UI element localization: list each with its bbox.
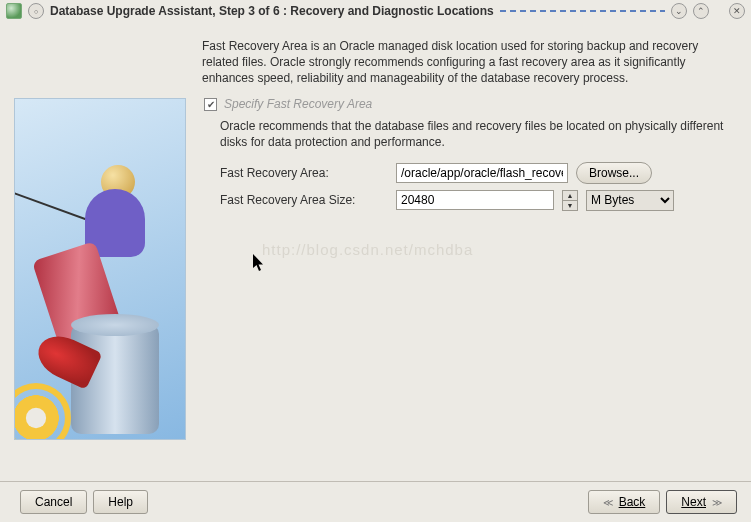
- chevron-right-icon: ≫: [712, 497, 722, 508]
- back-button-label: Back: [619, 495, 646, 509]
- title-bar: ○ Database Upgrade Assistant, Step 3 of …: [0, 0, 751, 23]
- specify-fra-checkbox[interactable]: [204, 98, 217, 111]
- spinner-up-icon[interactable]: ▲: [563, 191, 577, 201]
- minimize-button[interactable]: ⌄: [671, 3, 687, 19]
- unit-select[interactable]: M Bytes: [586, 190, 674, 211]
- maximize-button[interactable]: ⌃: [693, 3, 709, 19]
- wizard-image-column: [14, 38, 184, 481]
- window-title: Database Upgrade Assistant, Step 3 of 6 …: [50, 4, 494, 18]
- specify-fra-label: Specify Fast Recovery Area: [224, 97, 372, 111]
- back-button[interactable]: ≪Back: [588, 490, 661, 514]
- spinner-down-icon[interactable]: ▼: [563, 201, 577, 210]
- watermark-text: http://blog.csdn.net/mchdba: [262, 241, 737, 258]
- fra-size-label: Fast Recovery Area Size:: [220, 193, 388, 207]
- app-icon: [6, 3, 22, 19]
- wizard-window: ○ Database Upgrade Assistant, Step 3 of …: [0, 0, 751, 522]
- sub-info-text: Oracle recommends that the database file…: [220, 118, 737, 150]
- intro-text: Fast Recovery Area is an Oracle managed …: [202, 38, 737, 87]
- chevron-left-icon: ≪: [603, 497, 613, 508]
- close-button[interactable]: ✕: [729, 3, 745, 19]
- fra-path-label: Fast Recovery Area:: [220, 166, 388, 180]
- fra-path-input[interactable]: [396, 163, 568, 183]
- next-button[interactable]: Next≫: [666, 490, 737, 514]
- next-button-label: Next: [681, 495, 706, 509]
- main-column: Fast Recovery Area is an Oracle managed …: [202, 38, 737, 481]
- footer-bar: Cancel Help ≪Back Next≫: [0, 482, 751, 522]
- help-button[interactable]: Help: [93, 490, 148, 514]
- wizard-illustration: [14, 98, 186, 440]
- title-decor: [500, 10, 665, 12]
- content-area: Fast Recovery Area is an Oracle managed …: [0, 22, 751, 482]
- pin-icon[interactable]: ○: [28, 3, 44, 19]
- cancel-button[interactable]: Cancel: [20, 490, 87, 514]
- browse-button[interactable]: Browse...: [576, 162, 652, 184]
- fra-size-input[interactable]: [396, 190, 554, 210]
- size-spinner[interactable]: ▲▼: [562, 190, 578, 211]
